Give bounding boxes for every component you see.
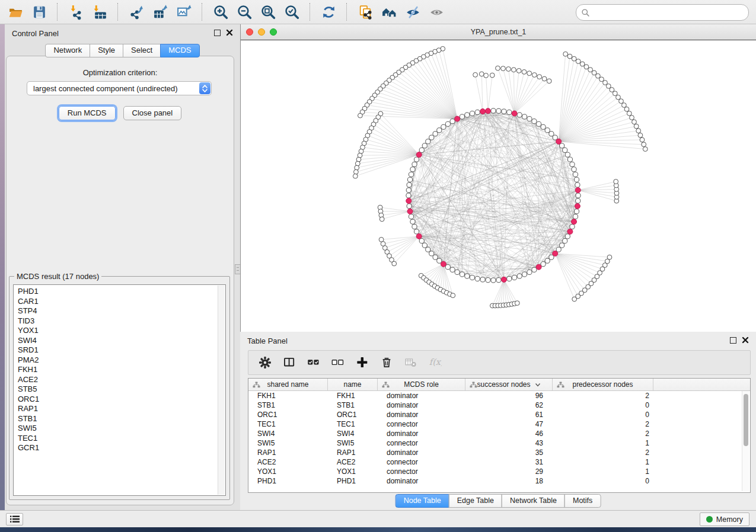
network-node[interactable] (460, 272, 464, 277)
delete-columns-button[interactable] (379, 355, 394, 370)
mcds-hub-node[interactable] (572, 219, 577, 225)
export-table-button[interactable] (149, 2, 171, 22)
network-node[interactable] (354, 169, 359, 174)
network-node[interactable] (565, 234, 570, 239)
network-node[interactable] (532, 73, 537, 78)
import-network-button[interactable] (65, 2, 87, 22)
network-node[interactable] (622, 103, 627, 108)
network-node[interactable] (638, 133, 643, 137)
mcds-result-item[interactable]: PHD1 (18, 287, 225, 297)
table-settings-button[interactable] (258, 355, 272, 370)
network-node[interactable] (475, 110, 480, 114)
zoom-selected-button[interactable] (281, 2, 302, 22)
network-node[interactable] (422, 143, 427, 148)
network-node[interactable] (576, 59, 580, 64)
network-node[interactable] (455, 270, 460, 274)
network-node[interactable] (419, 239, 424, 243)
mcds-result-item[interactable]: YOX1 (18, 326, 225, 336)
tab-motifs[interactable]: Motifs (564, 494, 601, 508)
network-node[interactable] (445, 265, 450, 270)
network-node[interactable] (606, 84, 611, 89)
network-node[interactable] (507, 276, 512, 281)
table-row[interactable]: TEC1TEC1connector472 (248, 419, 750, 429)
select-all-rows-button[interactable] (307, 355, 321, 370)
network-node[interactable] (379, 217, 384, 222)
network-node[interactable] (355, 161, 360, 166)
network-node[interactable] (512, 68, 516, 72)
network-node[interactable] (580, 62, 585, 66)
table-row[interactable]: ACE2ACE2connector311 (248, 457, 750, 467)
export-network-button[interactable] (126, 2, 147, 22)
network-node[interactable] (406, 193, 411, 198)
criterion-dropdown[interactable]: largest connected component (undirected) (27, 81, 212, 95)
table-row[interactable]: SWI4SWI4dominator462 (248, 429, 750, 438)
network-node[interactable] (473, 72, 478, 77)
network-node[interactable] (433, 132, 438, 136)
network-node[interactable] (527, 71, 532, 76)
network-node[interactable] (407, 204, 412, 209)
network-node[interactable] (491, 278, 496, 283)
network-node[interactable] (547, 79, 551, 84)
network-node[interactable] (522, 70, 527, 75)
network-node[interactable] (610, 88, 614, 92)
network-node[interactable] (632, 120, 637, 124)
network-node[interactable] (607, 255, 612, 259)
network-node[interactable] (470, 111, 474, 116)
mcds-result-item[interactable]: ORC1 (18, 395, 225, 405)
network-node[interactable] (516, 69, 521, 73)
mcds-list-scrollbar[interactable] (218, 286, 225, 495)
memory-button[interactable]: Memory (700, 512, 749, 526)
network-node[interactable] (484, 73, 489, 78)
network-node[interactable] (480, 277, 485, 282)
network-node[interactable] (572, 56, 576, 61)
clone-network-button[interactable] (355, 2, 376, 22)
show-elements-button[interactable] (426, 2, 447, 22)
network-node[interactable] (407, 182, 412, 187)
table-scrollbar[interactable] (742, 391, 749, 491)
network-node[interactable] (426, 247, 430, 252)
network-node[interactable] (491, 108, 496, 113)
mcds-result-item[interactable]: ACE2 (18, 375, 225, 385)
network-node[interactable] (412, 225, 417, 229)
network-node[interactable] (409, 214, 413, 219)
network-node[interactable] (563, 239, 567, 243)
mcds-result-item[interactable]: STB1 (18, 414, 225, 424)
table-row[interactable]: PHD1PHD1dominator180 (248, 476, 750, 486)
refresh-view-button[interactable] (318, 2, 339, 22)
network-node[interactable] (426, 139, 430, 144)
network-node[interactable] (614, 180, 618, 184)
mcds-hub-node[interactable] (536, 264, 541, 270)
network-node[interactable] (616, 95, 621, 100)
column-header-successor-nodes[interactable]: successor nodes (465, 379, 553, 390)
mcds-result-item[interactable]: SRD1 (18, 345, 225, 355)
network-node[interactable] (506, 67, 511, 72)
mcds-result-item[interactable]: STB5 (18, 384, 225, 395)
network-node[interactable] (527, 270, 532, 274)
mcds-result-item[interactable]: GCR1 (18, 443, 225, 453)
network-node[interactable] (429, 251, 434, 256)
network-node[interactable] (490, 73, 495, 78)
tab-network-table[interactable]: Network Table (502, 494, 565, 508)
network-node[interactable] (517, 113, 522, 117)
network-node[interactable] (450, 267, 455, 272)
create-column-button[interactable] (355, 355, 369, 370)
network-node[interactable] (422, 243, 427, 248)
table-row[interactable]: RAP1RAP1dominator352 (248, 448, 750, 457)
deselect-all-rows-button[interactable] (331, 355, 345, 370)
network-node[interactable] (465, 274, 470, 278)
open-file-button[interactable] (5, 2, 26, 22)
network-node[interactable] (576, 198, 580, 203)
network-node[interactable] (470, 275, 474, 280)
close-panel-button[interactable]: Close panel (123, 106, 182, 120)
network-node[interactable] (451, 293, 455, 298)
network-node[interactable] (410, 219, 415, 224)
network-node[interactable] (392, 261, 397, 266)
mcds-result-item[interactable]: SWI5 (18, 424, 225, 434)
table-row[interactable]: FKH1FKH1dominator962 (248, 391, 750, 400)
network-node[interactable] (643, 147, 647, 152)
network-node[interactable] (576, 193, 580, 198)
tab-style[interactable]: Style (90, 44, 123, 57)
mcds-result-item[interactable]: TEC1 (18, 434, 225, 444)
close-panel-icon[interactable] (226, 29, 233, 36)
network-node[interactable] (414, 229, 419, 234)
